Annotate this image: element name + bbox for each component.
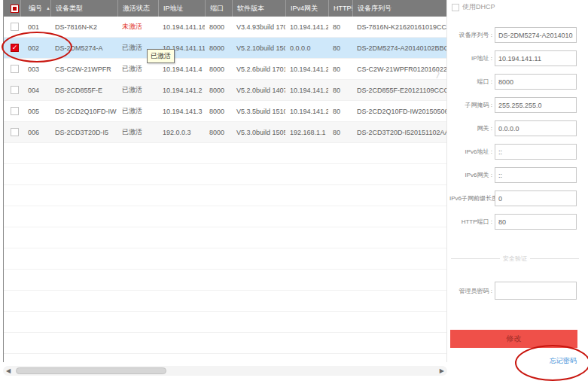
row-no: 001 (20, 17, 50, 37)
header-activation-status[interactable]: 激活状态 (117, 0, 158, 17)
row-device-serial: DS-2CD855F-E20121109CCC (352, 80, 446, 100)
header-firmware-version[interactable]: 软件版本 (232, 0, 285, 17)
row-firmware-version: V5.3.5build 1510... (232, 101, 285, 121)
table-row[interactable]: 004 DS-2CD855F-E 已激活 10.194.141.2 8000 V… (4, 80, 446, 101)
header-no[interactable]: 编号▲ (20, 0, 50, 17)
table-row[interactable]: ✓ 002 DS-2DM5274-A 已激活 10.194.141.11 800… (4, 38, 446, 59)
ipv6-address-input[interactable] (495, 144, 577, 160)
row-device-serial: DS-2CD2Q10FD-IW20150506A (352, 101, 446, 121)
table-empty-row (4, 143, 446, 164)
row-checkbox[interactable] (11, 86, 19, 94)
row-firmware-version: V3.4.93build 170... (232, 17, 285, 37)
row-ipv4-gateway: 10.194.141.254 (285, 59, 328, 79)
scrollbar-thumb[interactable] (16, 367, 166, 374)
row-ip-address: 10.194.141.2 (158, 80, 205, 100)
row-checkbox-cell (4, 101, 20, 121)
table-empty-row (4, 206, 446, 227)
table-row[interactable]: 003 CS-C2W-21WPFR 已激活 10.194.141.4 8000 … (4, 59, 446, 80)
field-label: IPv6地址 : (449, 148, 492, 156)
row-checkbox-cell (4, 122, 20, 142)
table-row[interactable]: 005 DS-2CD2Q10FD-IW 已激活 10.194.141.3 800… (4, 101, 446, 122)
field-label: HTTP端口 : (449, 218, 492, 226)
form-field-row: HTTP端口 : (449, 214, 579, 230)
header-device-type[interactable]: 设备类型 (50, 0, 117, 17)
select-all-checkbox[interactable] (11, 5, 19, 13)
header-port-label: 端口 (210, 4, 224, 14)
field-label: 端口 : (449, 78, 492, 86)
ipv6-gateway-input[interactable] (495, 167, 577, 183)
header-device-serial[interactable]: 设备序列号 (352, 0, 446, 17)
field-label: 设备序列号 : (449, 31, 492, 39)
security-verification-divider: 安全验证 (451, 254, 579, 263)
modify-button[interactable]: 修改 (450, 330, 577, 348)
row-firmware-version: V5.2.0build 1407... (232, 80, 285, 100)
row-checkbox[interactable] (11, 128, 19, 136)
form-field-row: IP地址 : (449, 50, 579, 66)
table-empty-row (4, 291, 446, 312)
row-ipv4-gateway: 10.194.141.254 (285, 80, 328, 100)
form-field-row: IPv6地址 : (449, 144, 579, 160)
header-ip-address[interactable]: IP地址 (158, 0, 205, 17)
network-parameters-panel: 使用DHCP 设备序列号 : IP地址 : 端口 : 子网掩码 : 网关 : I… (449, 0, 588, 384)
subnet-mask-input[interactable] (495, 97, 577, 113)
header-http-port[interactable]: HTTP端口 (328, 0, 352, 17)
header-ipv4-gateway[interactable]: IPv4网关 (285, 0, 328, 17)
row-firmware-version: V5.3.0build 1505... (232, 122, 285, 142)
row-checkbox[interactable] (11, 107, 19, 115)
forgot-password-link[interactable]: 忘记密码 (550, 356, 577, 366)
field-label: IP地址 : (449, 54, 492, 62)
security-verification-label: 安全验证 (500, 254, 530, 263)
row-device-type: DS-2CD2Q10FD-IW (50, 101, 117, 121)
http-port-input[interactable] (495, 214, 577, 230)
table-row[interactable]: 001 DS-7816N-K2 未激活 10.194.141.167 8000 … (4, 17, 446, 38)
table-empty-row (4, 333, 446, 354)
row-activation-status: 已激活 (117, 122, 158, 142)
row-no: 005 (20, 101, 50, 121)
row-checkbox-cell (4, 17, 20, 37)
row-checkbox[interactable] (11, 65, 19, 73)
dhcp-row: 使用DHCP (452, 2, 495, 12)
panel-collapse-chevron-icon[interactable]: 〉 (436, 66, 440, 80)
row-device-type: DS-2CD3T20D-I5 (50, 122, 117, 142)
row-http-port: 80 (328, 122, 352, 142)
row-no: 002 (20, 38, 50, 58)
row-checkbox[interactable]: ✓ (11, 44, 19, 52)
admin-password-label: 管理员密码 : (449, 287, 492, 295)
header-activation-status-label: 激活状态 (123, 4, 150, 14)
scroll-right-arrow-icon[interactable]: ▶ (440, 367, 444, 375)
ipv6-prefix-input[interactable] (495, 190, 577, 206)
checkbox-indeterminate-mark (13, 7, 17, 11)
horizontal-scrollbar[interactable]: ◀ ▶ (3, 366, 447, 376)
port-input[interactable] (495, 74, 577, 90)
row-ipv4-gateway: 192.168.1.1 (285, 122, 328, 142)
row-activation-status: 已激活 (117, 101, 158, 121)
row-port: 8000 (205, 122, 232, 142)
row-http-port: 80 (328, 80, 352, 100)
row-ipv4-gateway: 10.194.141.254 (285, 17, 328, 37)
row-port: 8000 (205, 17, 232, 37)
row-ipv4-gateway: 0.0.0.0 (285, 38, 328, 58)
row-http-port: 80 (328, 17, 352, 37)
row-checkbox-cell (4, 59, 20, 79)
form-field-row: IPv6子网前缀长度 : (449, 190, 579, 206)
header-firmware-version-label: 软件版本 (237, 4, 264, 14)
table-empty-row (4, 185, 446, 206)
header-ipv4-gateway-label: IPv4网关 (291, 4, 318, 14)
table-body: 001 DS-7816N-K2 未激活 10.194.141.167 8000 … (4, 17, 446, 354)
table-row[interactable]: 006 DS-2CD3T20D-I5 已激活 192.0.0.3 8000 V5… (4, 122, 446, 143)
admin-password-input[interactable] (495, 282, 577, 300)
header-no-label: 编号 (29, 4, 42, 14)
device-serial-input[interactable] (495, 27, 577, 43)
dhcp-checkbox[interactable] (452, 4, 459, 11)
scroll-left-arrow-icon[interactable]: ◀ (6, 367, 11, 375)
row-http-port: 80 (328, 38, 352, 58)
row-device-type: DS-2CD855F-E (50, 80, 117, 100)
device-table-header: 编号▲ 设备类型 激活状态 IP地址 端口 软件版本 IPv4网关 HTTP端口… (4, 0, 446, 17)
ip-address-input[interactable] (495, 50, 577, 66)
form-field-row: IPv6网关 : (449, 167, 579, 183)
row-device-serial: DS-2CD3T20D-I520151102AAC (352, 122, 446, 142)
row-checkbox[interactable] (11, 23, 19, 31)
row-no: 006 (20, 122, 50, 142)
gateway-input[interactable] (495, 120, 577, 136)
header-port[interactable]: 端口 (205, 0, 232, 17)
